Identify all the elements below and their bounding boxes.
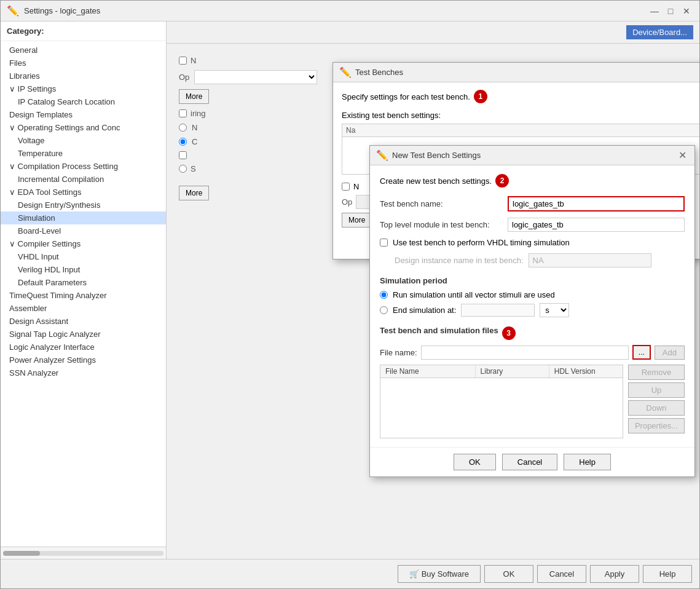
- newtb-pencil-icon: ✏️: [376, 149, 388, 161]
- sidebar-item-files[interactable]: Files: [1, 57, 166, 69]
- sidebar-content[interactable]: General Files Libraries ∨ IP Settings IP…: [1, 41, 166, 547]
- sidebar-item-incremental[interactable]: Incremental Compilation: [1, 173, 166, 186]
- sidebar-item-ssn[interactable]: SSN Analyzer: [1, 366, 166, 379]
- ok-button[interactable]: OK: [484, 565, 533, 583]
- sidebar-item-design-entry[interactable]: Design Entry/Synthesis: [1, 199, 166, 211]
- sidebar-scrollbar[interactable]: [1, 547, 166, 559]
- more-btn-1[interactable]: More: [342, 213, 372, 227]
- device-board-button[interactable]: Device/Board...: [626, 25, 693, 39]
- bg-more2-button[interactable]: More: [179, 186, 209, 200]
- sidebar-item-power-analyzer[interactable]: Power Analyzer Settings: [1, 354, 166, 366]
- bg-op-label: Op: [179, 73, 189, 82]
- bg-radio-1[interactable]: [179, 124, 187, 132]
- dialog-newtb-header-left: ✏️ New Test Bench Settings: [376, 149, 481, 161]
- bg-checkbox-3[interactable]: [179, 151, 187, 159]
- scroll-track[interactable]: [3, 551, 163, 556]
- vhdl-checkbox[interactable]: [380, 239, 388, 247]
- sidebar-item-default-params[interactable]: Default Parameters: [1, 276, 166, 289]
- file-name-input[interactable]: [421, 346, 629, 360]
- buy-software-button[interactable]: 🛒 Buy Software: [398, 565, 481, 583]
- sidebar-item-eda-tool[interactable]: ∨ EDA Tool Settings: [1, 186, 166, 199]
- dialog-newtb: ✏️ New Test Bench Settings ✕ Create new …: [369, 145, 695, 477]
- main-content: Category: General Files Libraries ∨ IP S…: [1, 22, 699, 559]
- sidebar-item-design-templates[interactable]: Design Templates: [1, 108, 166, 121]
- existing-label: Existing test bench settings:: [342, 111, 699, 120]
- sidebar-item-ip-settings[interactable]: ∨ IP Settings: [1, 82, 166, 95]
- bg-radio-label-3: S: [191, 164, 196, 173]
- sidebar-item-verilog[interactable]: Verilog HDL Input: [1, 263, 166, 276]
- down-button[interactable]: Down: [628, 400, 685, 416]
- up-button[interactable]: Up: [628, 382, 685, 398]
- sidebar-item-signal-tap[interactable]: Signal Tap Logic Analyzer: [1, 328, 166, 341]
- close-button[interactable]: ✕: [680, 4, 693, 18]
- apply-button[interactable]: Apply: [590, 565, 639, 583]
- sidebar-item-compilation[interactable]: ∨ Compilation Process Setting: [1, 160, 166, 173]
- maximize-button[interactable]: □: [664, 4, 677, 18]
- radio-end-label: End simulation at:: [393, 306, 456, 315]
- dialog-testbenches-desc: Specify settings for each test bench.: [342, 92, 470, 101]
- sidebar-item-compiler[interactable]: ∨ Compiler Settings: [1, 237, 166, 250]
- sidebar-item-libraries[interactable]: Libraries: [1, 69, 166, 82]
- cart-icon: 🛒: [409, 569, 419, 579]
- dialog-newtb-close[interactable]: ✕: [676, 149, 688, 162]
- files-table-header: File Name Library HDL Version: [380, 365, 623, 378]
- sidebar-item-general[interactable]: General: [1, 44, 166, 57]
- sidebar-item-operating[interactable]: ∨ Operating Settings and Conc: [1, 121, 166, 134]
- design-instance-input: [529, 253, 651, 267]
- sidebar-item-vhdl[interactable]: VHDL Input: [1, 250, 166, 263]
- add-button[interactable]: Add: [655, 346, 685, 360]
- remove-button[interactable]: Remove: [628, 365, 685, 380]
- sidebar-item-simulation[interactable]: Simulation: [1, 211, 166, 224]
- newtb-body: Create new test bench settings. 2 Test b…: [370, 165, 694, 447]
- pencil-icon: ✏️: [7, 5, 19, 17]
- existing-table-header: Na: [342, 124, 699, 137]
- file-name-row: File name: ... Add: [380, 345, 685, 360]
- sidebar-item-board-level[interactable]: Board-Level: [1, 224, 166, 237]
- newtb-ok-button[interactable]: OK: [454, 454, 496, 470]
- files-table-body: [380, 378, 623, 427]
- end-sim-unit-select[interactable]: s ms us ns ps: [540, 303, 569, 317]
- tbfiles-header: Test bench and simulation files 3: [380, 326, 685, 340]
- files-table-area: File Name Library HDL Version Remove: [380, 365, 685, 438]
- sim-period-label: Simulation period: [380, 276, 685, 285]
- dialog-testbenches-header: ✏️ Test Benches ✕: [333, 63, 699, 82]
- newtb-cancel-button[interactable]: Cancel: [502, 454, 557, 470]
- cancel-button[interactable]: Cancel: [537, 565, 586, 583]
- radio-run[interactable]: [380, 291, 388, 299]
- sim-checkbox-label: N: [353, 182, 359, 191]
- bench-name-input[interactable]: [508, 196, 685, 211]
- sidebar-item-voltage[interactable]: Voltage: [1, 134, 166, 147]
- bg-radio-label-1: N: [192, 123, 197, 132]
- sidebar-item-logic-analyzer[interactable]: Logic Analyzer Interface: [1, 341, 166, 354]
- sim-checkbox[interactable]: [342, 183, 350, 191]
- newtb-footer: OK Cancel Help: [370, 447, 694, 476]
- sidebar-item-timequest[interactable]: TimeQuest Timing Analyzer: [1, 289, 166, 302]
- bg-radio-3[interactable]: [179, 165, 187, 173]
- help-button[interactable]: Help: [643, 565, 692, 583]
- sidebar-item-design-assistant[interactable]: Design Assistant: [1, 315, 166, 328]
- browse-button[interactable]: ...: [632, 345, 651, 360]
- newtb-help-button[interactable]: Help: [564, 454, 611, 470]
- window-title: Settings - logic_gates: [24, 6, 100, 15]
- step-badge-1: 1: [474, 90, 487, 103]
- sidebar-item-temperature[interactable]: Temperature: [1, 147, 166, 160]
- end-sim-input[interactable]: [461, 304, 535, 317]
- properties-button[interactable]: Properties...: [628, 418, 685, 433]
- bg-op-dropdown[interactable]: [194, 70, 317, 84]
- bg-radio-label-2: C: [192, 137, 197, 146]
- minimize-button[interactable]: —: [648, 4, 661, 18]
- sidebar-item-assembler[interactable]: Assembler: [1, 302, 166, 315]
- bg-radio-2[interactable]: [179, 138, 187, 146]
- buy-software-label: Buy Software: [422, 569, 469, 579]
- top-level-input[interactable]: [508, 218, 685, 232]
- sidebar-item-ip-catalog[interactable]: IP Catalog Search Location: [1, 95, 166, 108]
- main-window: ✏️ Settings - logic_gates — □ ✕ Category…: [0, 0, 700, 589]
- bg-checkbox-2[interactable]: [179, 109, 187, 117]
- right-panel: Device/Board... N Op More: [167, 22, 699, 559]
- bg-more-button[interactable]: More: [179, 89, 209, 104]
- radio-end[interactable]: [380, 306, 388, 314]
- newtb-desc-row: Create new test bench settings. 2: [380, 174, 685, 188]
- bg-checkbox-1[interactable]: [179, 57, 187, 65]
- scroll-thumb[interactable]: [3, 551, 40, 556]
- dialog-testbenches-header-left: ✏️ Test Benches: [339, 66, 403, 78]
